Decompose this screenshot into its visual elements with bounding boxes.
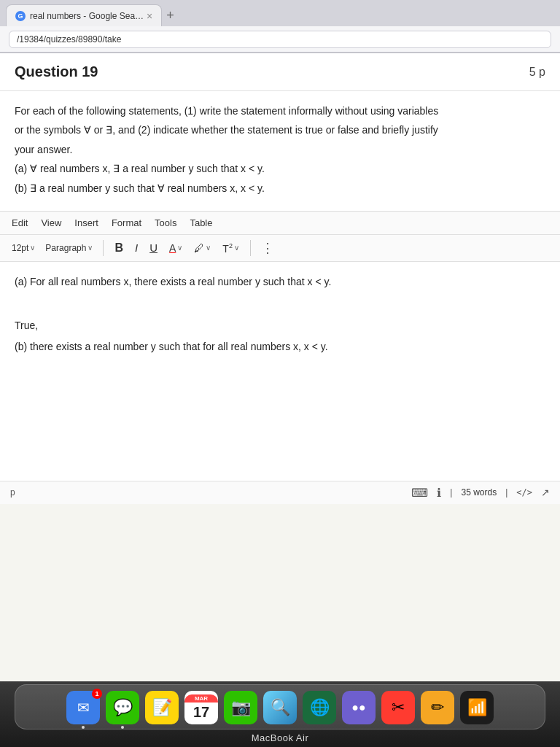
dock-wrapper: ✉ 1 💬 📝 MAR 17 📷 🔍 🌐 bbox=[0, 681, 560, 747]
tab-favicon: G bbox=[15, 11, 26, 21]
calendar-month: MAR bbox=[184, 694, 218, 703]
editor-line-4: (b) there exists a real number y such th… bbox=[15, 338, 545, 356]
word-count: 35 words bbox=[461, 487, 497, 498]
dock-icon-app8[interactable]: ✂ bbox=[381, 691, 415, 724]
mail-badge: 1 bbox=[92, 689, 102, 699]
status-icons: ⌨ ℹ | 35 words | </> ↗ bbox=[411, 486, 550, 500]
status-separator2: | bbox=[505, 487, 508, 498]
dock-icon-pages[interactable]: ✏ bbox=[421, 691, 454, 724]
menu-insert[interactable]: Insert bbox=[74, 217, 98, 228]
mail-dot bbox=[82, 726, 85, 729]
dock-icon-calendar[interactable]: MAR 17 bbox=[184, 691, 218, 724]
question-header: Question 19 5 p bbox=[0, 53, 560, 91]
paragraph-select[interactable]: Paragraph ∨ bbox=[42, 241, 96, 255]
more-options-button[interactable]: ⋮ bbox=[261, 240, 274, 256]
editor-container: Edit View Insert Format Tools Table 12pt… bbox=[0, 212, 560, 504]
bold-button[interactable]: B bbox=[111, 239, 127, 257]
font-size-select[interactable]: 12pt ∨ bbox=[9, 241, 38, 255]
menu-tools[interactable]: Tools bbox=[155, 217, 176, 228]
font-color-button[interactable]: A ∨ bbox=[166, 240, 186, 256]
question-body: For each of the following statements, (1… bbox=[0, 91, 560, 212]
editor-toolbar: 12pt ∨ Paragraph ∨ B I U A ∨ 🖊 ∨ T2 ∨ bbox=[0, 235, 560, 262]
dock-icon-finder[interactable]: 🔍 bbox=[263, 691, 297, 724]
question-line-1: For each of the following statements, (1… bbox=[15, 103, 545, 119]
tab-close-button[interactable]: × bbox=[147, 10, 152, 22]
menu-edit[interactable]: Edit bbox=[12, 217, 28, 228]
dock-icon-facetime[interactable]: 📷 bbox=[224, 691, 257, 724]
paragraph-chevron: ∨ bbox=[88, 244, 93, 252]
new-tab-button[interactable]: + bbox=[166, 9, 174, 22]
dock-icon-notes[interactable]: 📝 bbox=[145, 691, 179, 724]
page-content: Question 19 5 p For each of the followin… bbox=[0, 53, 560, 682]
active-tab[interactable]: G real numbers - Google Search × bbox=[6, 4, 162, 26]
status-separator: | bbox=[450, 487, 452, 498]
toolbar-divider-2 bbox=[250, 240, 251, 256]
dock-icon-app6[interactable]: 🌐 bbox=[303, 691, 336, 724]
menu-view[interactable]: View bbox=[41, 217, 61, 228]
address-input[interactable] bbox=[9, 31, 551, 48]
dock-bar: ✉ 1 💬 📝 MAR 17 📷 🔍 🌐 bbox=[15, 684, 545, 729]
question-title: Question 19 bbox=[15, 63, 98, 80]
dock-label: MacBook Air bbox=[0, 729, 560, 743]
question-line-3: your answer. bbox=[15, 142, 545, 158]
menu-table[interactable]: Table bbox=[190, 217, 212, 228]
menu-format[interactable]: Format bbox=[112, 217, 141, 228]
tab-bar: G real numbers - Google Search × + bbox=[0, 0, 560, 26]
question-line-2: or the symbols ∀ or ∃, and (2) indicate … bbox=[15, 122, 545, 138]
text-editor[interactable]: (a) For all real numbers x, there exists… bbox=[0, 262, 560, 481]
keyboard-icon: ⌨ bbox=[411, 486, 428, 500]
address-bar bbox=[0, 26, 560, 53]
paragraph-indicator: p bbox=[10, 487, 15, 498]
dock-icon-mail[interactable]: ✉ 1 bbox=[66, 691, 100, 724]
expand-button[interactable]: ↗ bbox=[541, 487, 550, 498]
editor-statusbar: p ⌨ ℹ | 35 words | </> ↗ bbox=[0, 481, 560, 504]
editor-line-3: True, bbox=[15, 317, 545, 335]
question-line-5: (b) ∃ a real number y such that ∀ real n… bbox=[15, 180, 545, 196]
calendar-day: 17 bbox=[189, 703, 214, 721]
tab-title: real numbers - Google Search bbox=[30, 11, 147, 21]
editor-line-2 bbox=[15, 295, 545, 313]
highlight-button[interactable]: 🖊 ∨ bbox=[190, 240, 214, 256]
code-view-button[interactable]: </> bbox=[516, 487, 532, 498]
editor-menu: Edit View Insert Format Tools Table bbox=[0, 212, 560, 235]
editor-line-1: (a) For all real numbers x, there exists… bbox=[15, 274, 545, 291]
question-line-4: (a) ∀ real numbers x, ∃ a real number y … bbox=[15, 160, 545, 177]
wechat-dot bbox=[121, 726, 124, 729]
browser-chrome: G real numbers - Google Search × + bbox=[0, 0, 560, 53]
superscript-button[interactable]: T2 ∨ bbox=[219, 240, 243, 257]
font-size-chevron: ∨ bbox=[30, 244, 35, 252]
dock-icon-app7[interactable]: ●● bbox=[342, 691, 376, 724]
dock-icon-stats[interactable]: 📶 bbox=[460, 691, 494, 724]
italic-button[interactable]: I bbox=[131, 239, 141, 256]
question-points: 5 p bbox=[529, 66, 545, 79]
underline-button[interactable]: U bbox=[146, 239, 161, 256]
dock-icon-wechat[interactable]: 💬 bbox=[106, 691, 139, 724]
toolbar-divider-1 bbox=[103, 240, 104, 256]
accessibility-icon: ℹ bbox=[437, 486, 441, 500]
